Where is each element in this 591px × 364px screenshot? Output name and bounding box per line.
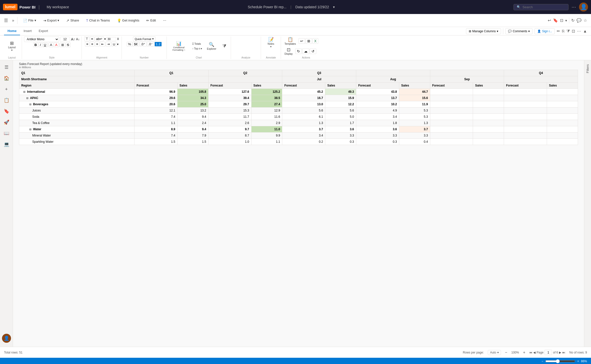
search-input[interactable]: [522, 5, 562, 9]
sign-in-button[interactable]: 👤 Sign i...: [534, 28, 555, 34]
nav-icon-add[interactable]: +: [2, 84, 12, 94]
view-icon[interactable]: ⊡: [560, 18, 563, 23]
nav-icon-monitor[interactable]: 💻: [2, 139, 12, 149]
last-page-button[interactable]: ⏭: [562, 351, 565, 354]
excel-button[interactable]: X: [312, 38, 318, 44]
comments-button[interactable]: 💬 Comments ▾: [505, 28, 532, 34]
filter-button[interactable]: ⧩: [220, 43, 229, 50]
zoom-out-icon[interactable]: −: [542, 360, 543, 363]
wrap-button[interactable]: ab↵: [95, 36, 104, 41]
undo-icon[interactable]: ↩: [548, 18, 551, 23]
indent-dec-button[interactable]: ⇤: [100, 42, 105, 46]
italic-button[interactable]: I: [38, 42, 42, 47]
dollar-button[interactable]: $€: [133, 42, 139, 46]
tab-insert[interactable]: Insert: [20, 27, 35, 35]
indent-inc-button[interactable]: ⇥: [106, 42, 111, 46]
next-page-button[interactable]: ▶: [559, 351, 561, 354]
page-number-input[interactable]: [544, 350, 552, 355]
file-button[interactable]: 📄 File ▾: [20, 18, 39, 24]
underline-button[interactable]: U: [42, 42, 48, 47]
indent-value[interactable]: [106, 37, 116, 41]
copy-icon[interactable]: ⎘: [562, 29, 564, 34]
edit-button[interactable]: ✏ Edit: [144, 18, 158, 24]
collapse-icon[interactable]: ▲: [583, 29, 587, 34]
filters-label[interactable]: Filters: [585, 60, 590, 77]
refresh2-button[interactable]: ↻: [295, 48, 302, 54]
tab-export[interactable]: Export: [35, 27, 52, 35]
filter-icon[interactable]: ⧩: [566, 29, 570, 34]
hamburger-icon[interactable]: ☰: [4, 18, 8, 23]
number-format-button[interactable]: 1.2: [154, 42, 162, 46]
totals-button[interactable]: Σ Totals: [191, 42, 203, 46]
strikethrough-button[interactable]: S: [66, 42, 70, 47]
font-size-down-icon[interactable]: A↓: [76, 38, 80, 41]
nav-icon-rocket[interactable]: 🚀: [2, 117, 12, 127]
avatar[interactable]: 👤: [579, 2, 588, 12]
comment-icon[interactable]: 💬: [576, 18, 582, 23]
undo-button[interactable]: ↩: [298, 38, 305, 44]
quick-format-button[interactable]: Quick Format ▾: [133, 36, 156, 41]
explorer-button[interactable]: 🔍 Explorer: [206, 42, 218, 51]
refresh-icon[interactable]: ↻: [571, 18, 574, 23]
align-middle-button[interactable]: ≡: [90, 36, 94, 41]
bold-button[interactable]: B: [33, 42, 38, 47]
prev-page-button[interactable]: ◀: [533, 351, 536, 354]
chevron-down-icon[interactable]: ▾: [333, 5, 335, 9]
borders-button[interactable]: ⊞: [60, 42, 65, 47]
nav-icon-data[interactable]: 📋: [2, 95, 12, 105]
spinner-icon[interactable]: ⇕: [117, 37, 119, 41]
nav-icon-home[interactable]: 🏠: [2, 73, 12, 83]
manage-columns-button[interactable]: ⊞ Manage Columns ▾: [466, 28, 501, 34]
layout-button[interactable]: ⊞ Layout ▾: [6, 40, 17, 52]
font-family-select[interactable]: Antikor Mono: [24, 36, 59, 42]
percent-button[interactable]: %: [127, 42, 132, 46]
expand-icon[interactable]: »: [12, 18, 14, 23]
nav-icon-menu[interactable]: ☰: [2, 62, 12, 72]
share-button[interactable]: ↗ Share: [64, 18, 82, 24]
tab-home[interactable]: Home: [4, 27, 20, 35]
decimal-inc-button[interactable]: .0⁺: [140, 42, 146, 46]
chat-in-teams-button[interactable]: T Chat in Teams: [84, 18, 112, 24]
expand-icon[interactable]: ⊟: [29, 128, 31, 131]
plus-button[interactable]: +: [523, 350, 525, 355]
minus-button[interactable]: −: [505, 350, 507, 355]
align-left-button[interactable]: ≡: [85, 42, 90, 46]
expand-icon[interactable]: ⊟: [29, 103, 31, 106]
top-n-button[interactable]: ↑ Top n ▾: [191, 47, 203, 50]
get-insights-button[interactable]: 💡 Get insights: [114, 18, 142, 24]
grid-icon[interactable]: ⊡: [572, 29, 575, 34]
workspace-label[interactable]: My workspace: [47, 5, 69, 9]
align-center-button[interactable]: ≡: [90, 42, 94, 46]
first-page-button[interactable]: ⏮: [529, 351, 532, 354]
chevron-down-icon[interactable]: ▾: [104, 37, 106, 41]
align-right-button[interactable]: ≡: [95, 42, 100, 46]
align-top-button[interactable]: ⊤: [84, 36, 90, 41]
nav-icon-learn[interactable]: 📖: [2, 128, 12, 138]
more-icon[interactable]: ⋯: [577, 29, 581, 34]
search-box[interactable]: 🔍: [514, 4, 568, 10]
zoom-in-icon[interactable]: +: [577, 360, 579, 363]
font-size-up-icon[interactable]: A↑: [71, 37, 75, 41]
redo-button[interactable]: ↺: [310, 48, 316, 54]
font-size-input[interactable]: [60, 37, 70, 42]
star-icon[interactable]: ☆: [584, 18, 587, 23]
highlight-button[interactable]: A: [49, 42, 54, 47]
chevron-down-icon[interactable]: ▾: [565, 18, 567, 22]
font-color-button[interactable]: A: [54, 42, 59, 47]
expand-icon[interactable]: ⊟: [26, 97, 28, 100]
merge-button[interactable]: ⊔: [112, 42, 116, 46]
more-options-icon[interactable]: ⋯: [572, 4, 576, 10]
notes-button[interactable]: 📝 Notes ▾: [266, 36, 276, 48]
expand-icon[interactable]: ⊟: [23, 90, 25, 93]
paint-icon[interactable]: ✏: [557, 29, 560, 34]
zoom-slider[interactable]: [545, 359, 575, 363]
user-avatar[interactable]: 👤: [2, 334, 11, 343]
display-button[interactable]: ⊡ Display: [283, 47, 294, 56]
bookmark-icon[interactable]: 🔖: [553, 18, 558, 23]
grid-button[interactable]: ⊞: [306, 38, 312, 44]
cloud-button[interactable]: ☁: [302, 48, 309, 54]
decimal-dec-button[interactable]: .0⁻: [147, 42, 154, 46]
export-button[interactable]: ⇥ Export ▾: [41, 18, 62, 24]
nav-icon-bookmark[interactable]: 🔖: [2, 106, 12, 116]
templates-button[interactable]: 📋 Templates: [283, 36, 298, 46]
